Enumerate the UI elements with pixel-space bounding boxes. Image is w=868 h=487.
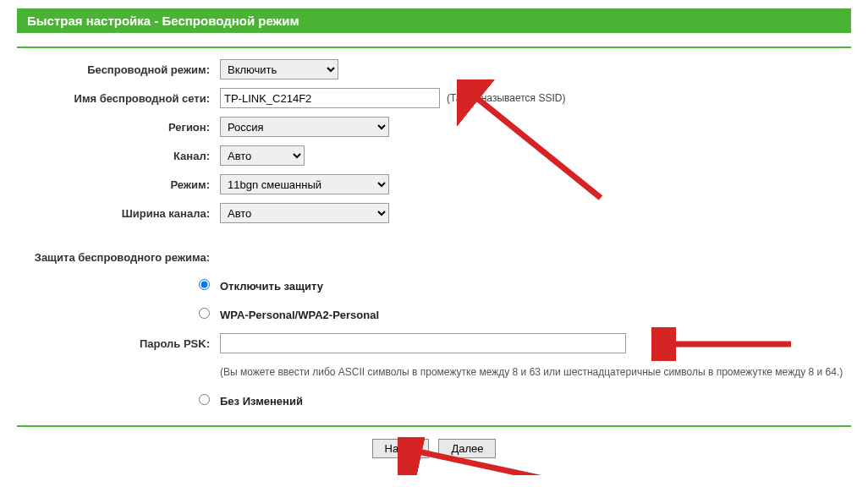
psk-label: Пароль PSK: [17, 337, 220, 350]
channel-label: Канал: [17, 150, 220, 162]
security-wpa-radio[interactable] [199, 308, 210, 319]
width-label: Ширина канала: [17, 207, 220, 220]
wireless-mode-select[interactable]: Включить [220, 59, 338, 79]
mode-label: Режим: [17, 178, 220, 191]
ssid-label: Имя беспроводной сети: [17, 92, 220, 105]
region-label: Регион: [17, 121, 220, 134]
divider-top [17, 47, 851, 48]
button-row: Назад Далее [17, 439, 851, 458]
wireless-mode-label: Беспроводной режим: [17, 63, 220, 76]
psk-input[interactable] [220, 333, 626, 353]
divider-bottom [17, 425, 851, 427]
mode-select[interactable]: 11bgn смешанный [220, 174, 389, 194]
security-label: Защита беспроводного режима: [17, 251, 220, 264]
ssid-input[interactable] [220, 88, 440, 108]
security-nochange-radio[interactable] [199, 394, 210, 405]
next-button[interactable]: Далее [438, 439, 496, 458]
security-disable-label: Отключить защиту [220, 280, 323, 293]
back-button[interactable]: Назад [372, 439, 429, 458]
region-select[interactable]: Россия [220, 117, 389, 137]
width-select[interactable]: Авто [220, 203, 389, 223]
page-title-bar: Быстрая настройка - Беспроводной режим [17, 8, 851, 33]
security-nochange-label: Без Изменений [220, 395, 303, 408]
security-wpa-label: WPA-Personal/WPA2-Personal [220, 309, 379, 321]
ssid-hint: (Также называется SSID) [447, 92, 565, 104]
psk-hint: (Вы можете ввести либо ASCII символы в п… [220, 366, 843, 378]
security-disable-radio[interactable] [199, 279, 210, 290]
page-title: Быстрая настройка - Беспроводной режим [27, 14, 299, 28]
form-area: Беспроводной режим: Включить Имя беспров… [17, 58, 851, 412]
channel-select[interactable]: Авто [220, 145, 305, 166]
